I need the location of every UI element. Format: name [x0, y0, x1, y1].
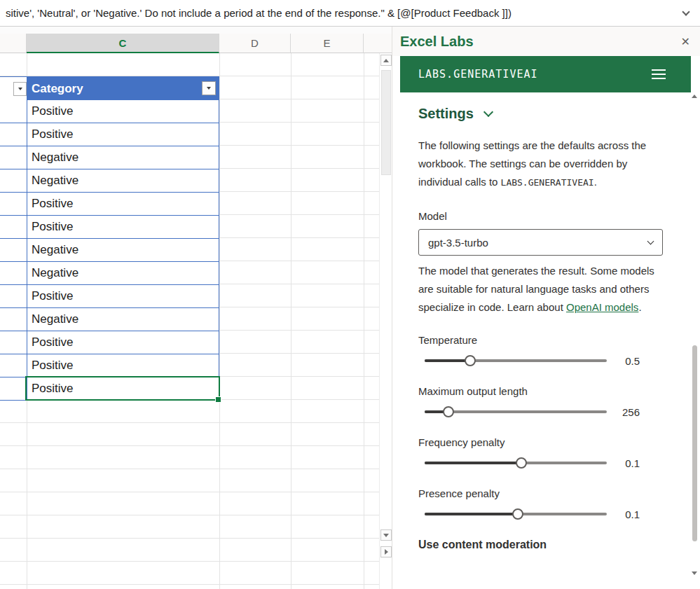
category-filter-button[interactable]	[202, 81, 216, 95]
triangle-down-icon	[692, 571, 697, 575]
panel-title: Excel Labs	[400, 34, 474, 50]
table-row[interactable]: Negative	[0, 169, 219, 193]
settings-section-toggle[interactable]: Settings	[418, 104, 700, 123]
slider-row: 0.1	[418, 457, 640, 469]
formula-input[interactable]: sitive', 'Neutral', or 'Negative.' Do no…	[6, 7, 679, 19]
scroll-up-button[interactable]	[380, 55, 392, 66]
slider-fill	[425, 513, 518, 515]
excel-labs-panel: Excel Labs ✕ LABS.GENERATIVEAI Settings …	[392, 27, 700, 589]
slider-track[interactable]	[425, 359, 607, 362]
table-row[interactable]: Negative	[0, 308, 219, 331]
content-moderation-label: Use content moderation	[418, 539, 700, 551]
panel-header: Excel Labs ✕	[392, 27, 700, 56]
column-header-e[interactable]: E	[291, 34, 364, 53]
slider-row: 256	[418, 406, 640, 417]
sliders: Temperature 0.5 Maximum output length 25…	[418, 334, 700, 520]
table-row[interactable]: Positive	[0, 100, 219, 123]
slider-label: Maximum output length	[418, 385, 700, 398]
formula-bar-expand-button[interactable]	[679, 12, 693, 15]
cell-text: Positive	[32, 220, 74, 234]
table-row[interactable]: Positive	[0, 123, 219, 146]
panel-scrollbar-thumb[interactable]	[692, 345, 697, 541]
column-header-filler	[364, 34, 392, 53]
slider-label: Presence penalty	[418, 487, 700, 500]
slider-value: 0.1	[607, 508, 640, 520]
table-left-border	[27, 77, 27, 401]
settings-description: The following settings are the defaults …	[418, 137, 669, 192]
table-row[interactable]: Positive	[0, 354, 219, 377]
slider-value: 256	[607, 406, 640, 418]
slider-track[interactable]	[425, 513, 607, 515]
model-dropdown[interactable]: gpt-3.5-turbo	[418, 229, 663, 256]
slider-setting: Frequency penalty 0.1	[418, 436, 700, 469]
chevron-down-icon	[483, 107, 493, 117]
table-row[interactable]: Positive	[0, 331, 219, 354]
scroll-right-button[interactable]	[380, 546, 392, 557]
triangle-right-icon	[385, 549, 388, 555]
triangle-up-icon	[383, 59, 389, 62]
slider-value: 0.5	[607, 355, 640, 367]
table-rows: Positive Positive Negative Negative Posi…	[0, 100, 219, 401]
cell-text: Positive	[32, 104, 74, 118]
column-header-c[interactable]: C	[27, 34, 219, 53]
triangle-down-icon	[383, 534, 389, 537]
column-header-d[interactable]: D	[219, 34, 291, 53]
slider-thumb[interactable]	[516, 457, 527, 469]
slider-fill	[425, 359, 470, 362]
table-row[interactable]: Negative	[0, 239, 219, 262]
slider-thumb[interactable]	[465, 355, 476, 366]
slider-setting: Temperature 0.5	[418, 334, 700, 366]
sheet-vertical-scrollbar[interactable]	[379, 53, 392, 589]
chevron-down-icon	[682, 8, 689, 15]
slider-setting: Maximum output length 256	[418, 385, 700, 417]
generativeai-banner: LABS.GENERATIVEAI	[400, 56, 691, 92]
table-header-row: Category	[0, 77, 219, 100]
cell-text: Positive	[32, 289, 74, 303]
cell-text: Positive	[32, 359, 74, 373]
hamburger-menu-icon[interactable]	[652, 69, 666, 79]
category-table: Category Positive Positive Negative Nega…	[0, 76, 219, 401]
table-row[interactable]: Positive	[0, 216, 219, 239]
cell-text: Positive	[32, 335, 74, 349]
sheet-top-strip	[0, 27, 392, 34]
formula-bar: sitive', 'Neutral', or 'Negative.' Do no…	[0, 0, 700, 27]
adjacent-column-filter-button[interactable]	[13, 82, 27, 96]
table-header-cell[interactable]: Category	[27, 77, 219, 100]
table-row[interactable]: Positive	[0, 193, 219, 216]
panel-content: Settings The following settings are the …	[392, 92, 700, 551]
column-headers: C D E	[0, 34, 392, 53]
openai-models-link[interactable]: OpenAI models	[566, 301, 638, 313]
corner-header	[0, 34, 27, 53]
slider-fill	[425, 462, 521, 464]
close-icon[interactable]: ✕	[681, 35, 690, 48]
sheet-scrollbar-thumb[interactable]	[381, 70, 391, 175]
triangle-up-icon	[692, 95, 697, 98]
table-row[interactable]: Negative	[0, 262, 219, 285]
slider-thumb[interactable]	[443, 406, 454, 417]
cell-text: Positive	[32, 127, 74, 141]
slider-value: 0.1	[607, 457, 640, 469]
table-row[interactable]: Negative	[0, 146, 219, 169]
slider-row: 0.1	[418, 508, 640, 520]
slider-label: Temperature	[418, 334, 700, 347]
slider-track[interactable]	[425, 410, 607, 413]
slider-row: 0.5	[418, 355, 640, 366]
filter-dropdown-icon	[18, 88, 22, 90]
model-label: Model	[418, 210, 700, 223]
cell-text: Negative	[32, 266, 78, 280]
cell-text: Positive	[32, 197, 74, 211]
slider-setting: Presence penalty 0.1	[418, 487, 700, 520]
scroll-down-button[interactable]	[380, 529, 392, 541]
cell-text: Negative	[32, 174, 78, 188]
slider-thumb[interactable]	[512, 508, 523, 520]
model-help-text: The model that generates the result. Som…	[418, 262, 665, 317]
table-row[interactable]: Positive	[0, 377, 219, 401]
panel-scrollbar[interactable]	[690, 95, 699, 575]
table-row[interactable]: Positive	[0, 285, 219, 308]
chevron-down-icon	[647, 237, 654, 244]
sheet-grid[interactable]: Category Positive Positive Negative Nega…	[0, 53, 379, 589]
slider-track[interactable]	[425, 462, 607, 464]
cell-text: Negative	[32, 243, 78, 257]
cell-text: Negative	[32, 151, 78, 165]
settings-heading: Settings	[418, 106, 474, 122]
